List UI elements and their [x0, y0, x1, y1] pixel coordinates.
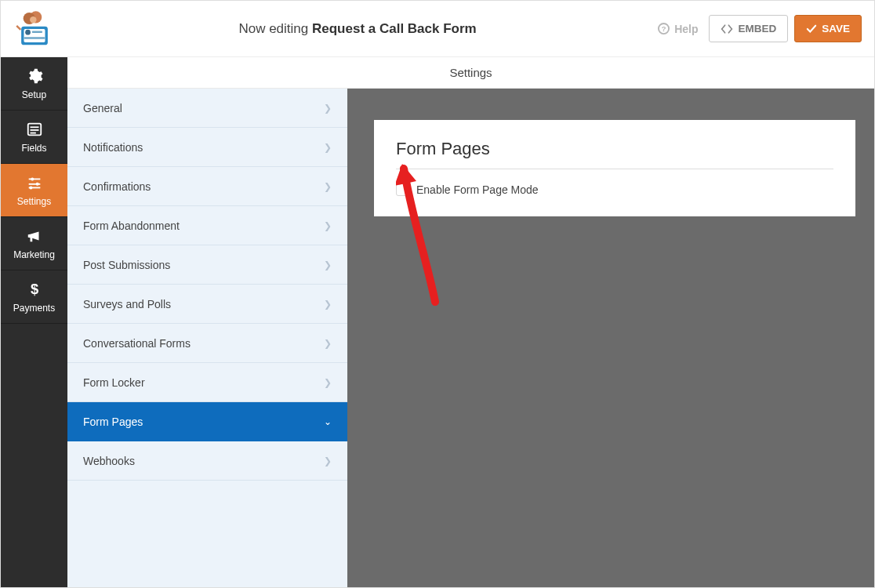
- content: General ❯ Notifications ❯ Confirmations …: [67, 89, 874, 587]
- check-icon: [806, 24, 817, 34]
- list-icon: [26, 121, 43, 138]
- save-label: SAVE: [822, 23, 850, 34]
- wpforms-logo: [7, 7, 62, 51]
- nav-label: Fields: [21, 143, 46, 154]
- menu-label: Form Locker: [83, 376, 145, 389]
- svg-point-19: [29, 186, 32, 189]
- panel-title: Form Pages: [396, 139, 833, 169]
- middle: Settings General ❯ Notifications ❯ Confi…: [67, 57, 874, 587]
- svg-rect-6: [32, 31, 43, 33]
- menu-label: General: [83, 102, 122, 114]
- chevron-right-icon: ❯: [324, 260, 332, 270]
- nav-item-settings[interactable]: Settings: [1, 164, 67, 217]
- settings-menu-form-locker[interactable]: Form Locker ❯: [67, 363, 347, 402]
- section-title-bar: Settings: [67, 57, 874, 89]
- left-nav: Setup Fields Settings Marketing $ Paymen…: [1, 57, 67, 587]
- svg-point-17: [35, 182, 38, 185]
- settings-menu-form-pages[interactable]: Form Pages ⌄: [67, 402, 347, 441]
- menu-label: Form Abandonment: [83, 220, 180, 232]
- app-frame: Now editing Request a Call Back Form ? H…: [0, 0, 875, 588]
- svg-text:?: ?: [662, 25, 666, 33]
- help-link[interactable]: ? Help: [653, 18, 703, 40]
- settings-menu-general[interactable]: General ❯: [67, 89, 347, 128]
- nav-item-fields[interactable]: Fields: [1, 111, 67, 164]
- header-actions: ? Help EMBED SAVE: [653, 15, 862, 42]
- mascot-icon: [13, 10, 56, 48]
- enable-form-page-mode-checkbox[interactable]: [396, 183, 408, 196]
- save-button[interactable]: SAVE: [794, 15, 862, 42]
- settings-menu: General ❯ Notifications ❯ Confirmations …: [67, 89, 347, 587]
- header-title: Now editing Request a Call Back Form: [62, 21, 653, 37]
- nav-label: Settings: [17, 196, 51, 207]
- chevron-right-icon: ❯: [324, 377, 332, 388]
- checkbox-label: Enable Form Page Mode: [416, 183, 539, 196]
- body: Setup Fields Settings Marketing $ Paymen…: [1, 57, 874, 587]
- menu-label: Surveys and Polls: [83, 298, 171, 310]
- embed-label: EMBED: [738, 23, 776, 34]
- nav-label: Marketing: [13, 249, 55, 260]
- menu-label: Form Pages: [83, 416, 143, 428]
- settings-menu-confirmations[interactable]: Confirmations ❯: [67, 167, 347, 206]
- gear-icon: [26, 67, 43, 85]
- nav-label: Payments: [13, 303, 55, 314]
- svg-rect-7: [24, 37, 45, 39]
- settings-menu-form-abandonment[interactable]: Form Abandonment ❯: [67, 206, 347, 245]
- help-label: Help: [674, 23, 698, 35]
- menu-label: Notifications: [83, 141, 143, 154]
- settings-menu-conversational-forms[interactable]: Conversational Forms ❯: [67, 324, 347, 363]
- question-circle-icon: ?: [658, 23, 670, 34]
- menu-label: Conversational Forms: [83, 337, 191, 350]
- svg-point-2: [30, 16, 36, 22]
- nav-item-setup[interactable]: Setup: [1, 57, 67, 111]
- settings-menu-post-submissions[interactable]: Post Submissions ❯: [67, 245, 347, 285]
- svg-point-5: [25, 29, 31, 34]
- chevron-right-icon: ❯: [324, 181, 332, 192]
- chevron-right-icon: ❯: [324, 220, 332, 231]
- embed-button[interactable]: EMBED: [709, 15, 788, 42]
- settings-menu-notifications[interactable]: Notifications ❯: [67, 128, 347, 167]
- header: Now editing Request a Call Back Form ? H…: [1, 1, 874, 57]
- chevron-right-icon: ❯: [324, 456, 332, 466]
- chevron-right-icon: ❯: [324, 103, 332, 114]
- settings-menu-surveys-polls[interactable]: Surveys and Polls ❯: [67, 285, 347, 324]
- svg-point-15: [31, 177, 34, 180]
- editing-prefix: Now editing: [238, 21, 312, 36]
- section-title: Settings: [449, 66, 492, 79]
- chevron-down-icon: ⌄: [324, 416, 332, 427]
- sliders-icon: [26, 174, 43, 191]
- form-pages-panel: Form Pages Enable Form Page Mode: [374, 120, 855, 216]
- menu-label: Webhooks: [83, 455, 135, 467]
- dollar-icon: $: [26, 281, 43, 298]
- chevron-right-icon: ❯: [324, 299, 332, 310]
- nav-item-marketing[interactable]: Marketing: [1, 217, 67, 270]
- code-icon: [721, 24, 733, 34]
- nav-label: Setup: [22, 89, 46, 100]
- menu-label: Post Submissions: [83, 259, 170, 271]
- preview-area: Form Pages Enable Form Page Mode: [347, 89, 874, 587]
- form-title: Request a Call Back Form: [312, 21, 477, 36]
- chevron-right-icon: ❯: [324, 338, 332, 349]
- menu-label: Confirmations: [83, 180, 151, 193]
- chevron-right-icon: ❯: [324, 142, 332, 153]
- enable-form-page-mode-row[interactable]: Enable Form Page Mode: [396, 183, 833, 196]
- settings-menu-webhooks[interactable]: Webhooks ❯: [67, 441, 347, 481]
- nav-item-payments[interactable]: $ Payments: [1, 270, 67, 324]
- svg-text:$: $: [30, 281, 38, 297]
- megaphone-icon: [26, 227, 43, 245]
